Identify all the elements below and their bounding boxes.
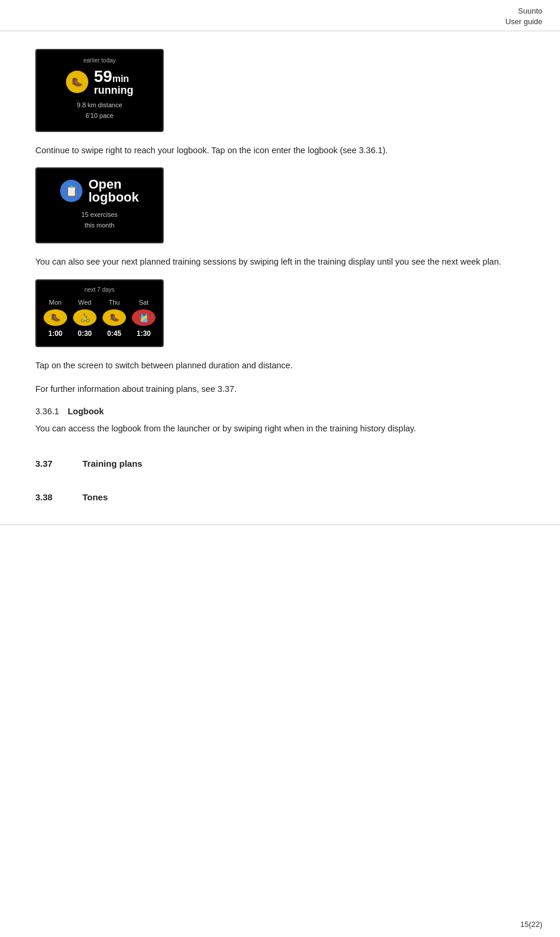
screen3-times-row: 1:00 0:30 0:45 1:30: [44, 329, 155, 338]
time-mon: 1:00: [44, 329, 67, 338]
screen3-days-row: Mon Wed Thu Sat: [44, 299, 155, 306]
screen2-main-row: 📋 Open logbook: [46, 178, 153, 204]
section-338-num: 3.38: [35, 492, 82, 502]
screen1-time-activity: 59min running: [94, 68, 134, 95]
paragraph-3: Tap on the screen to switch between plan…: [35, 359, 531, 372]
screen1-main-row: 🥾 59min running: [46, 68, 153, 95]
screen3-icons-row: 🥾 🚴 🥾 🎽: [44, 309, 155, 326]
page-number: 15(22): [520, 920, 542, 929]
section-337-num: 3.37: [35, 458, 82, 468]
time-sat: 1:30: [132, 329, 155, 338]
section-361-title: Logbook: [68, 407, 104, 416]
activity-icon-hike: 🥾: [102, 309, 126, 326]
screen2-logbook: logbook: [88, 191, 139, 204]
activity-icon-run: 🥾: [44, 309, 67, 326]
screen1-label: earlier today: [46, 57, 153, 64]
activity-icon-bike: 🚴: [73, 309, 97, 326]
screen3-label: next 7 days: [44, 286, 155, 293]
paragraph-2: You can also see your next planned train…: [35, 255, 531, 268]
section-337-title: Training plans: [82, 458, 143, 468]
header-line2: User guide: [505, 17, 542, 26]
day-thu: Thu: [102, 299, 126, 306]
page-footer: 15(22): [520, 920, 542, 929]
section-338-heading: 3.38 Tones: [35, 492, 531, 502]
time-thu: 0:45: [102, 329, 126, 338]
screen2-exercises: 15 exercises this month: [46, 210, 153, 230]
time-wed: 0:30: [73, 329, 97, 338]
paragraph-1: Continue to swipe right to reach your lo…: [35, 144, 531, 157]
running-icon: 🥾: [66, 71, 88, 93]
paragraph-4: For further information about training p…: [35, 382, 531, 395]
device-screen-running: earlier today 🥾 59min running 9.8 km dis…: [35, 49, 164, 131]
header-line1: Suunto: [518, 6, 542, 15]
page-header: Suunto User guide: [0, 0, 560, 31]
screen1-minutes: 59min: [94, 68, 134, 85]
device-screen-week: next 7 days Mon Wed Thu Sat 🥾 🚴 🥾 🎽 1:00…: [35, 279, 164, 347]
footer-divider: [0, 524, 560, 525]
day-mon: Mon: [44, 299, 67, 306]
section-361-heading: 3.36.1 Logbook: [35, 407, 531, 416]
day-sat: Sat: [132, 299, 155, 306]
screen2-logbook-text: Open logbook: [88, 178, 139, 204]
section-338-title: Tones: [82, 492, 108, 502]
screen1-stats: 9.8 km distance 6'10 pace: [46, 100, 153, 121]
activity-icon-race: 🎽: [132, 309, 155, 326]
main-content: earlier today 🥾 59min running 9.8 km dis…: [0, 31, 560, 524]
section-361-num: 3.36.1: [35, 407, 68, 416]
screen2-open: Open: [88, 178, 139, 191]
screen1-activity: running: [94, 85, 134, 95]
device-screen-logbook: 📋 Open logbook 15 exercises this month: [35, 167, 164, 243]
section-337-heading: 3.37 Training plans: [35, 458, 531, 468]
logbook-icon: 📋: [60, 180, 82, 202]
paragraph-5: You can access the logbook from the laun…: [35, 422, 531, 435]
day-wed: Wed: [73, 299, 97, 306]
